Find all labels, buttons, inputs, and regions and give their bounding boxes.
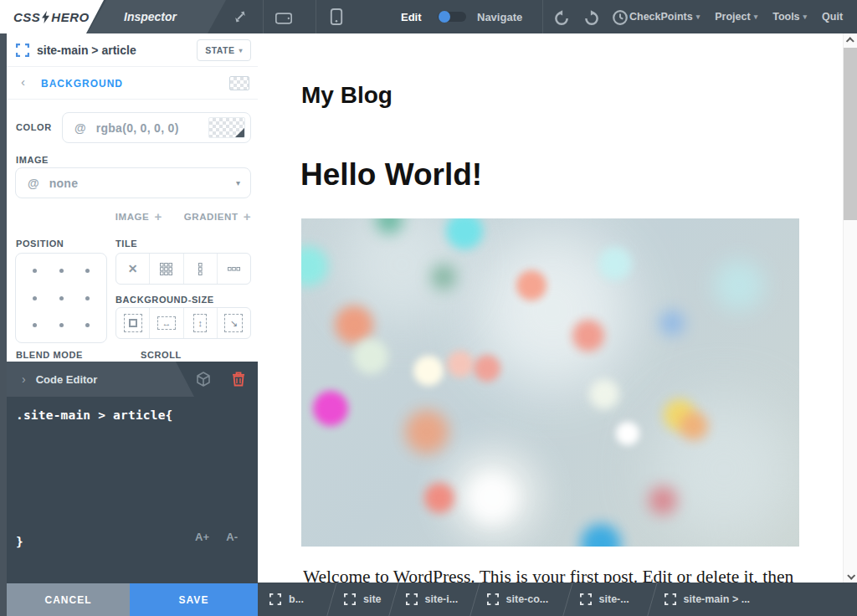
code-line-close[interactable]: } <box>16 535 23 548</box>
plus-icon: + <box>244 209 251 223</box>
repeat-x-icon <box>228 267 240 271</box>
add-image-label: IMAGE <box>115 212 150 222</box>
scroll-down-button[interactable] <box>844 569 857 583</box>
redo-icon[interactable] <box>583 9 600 26</box>
bokeh-circle <box>353 339 388 374</box>
menu-checkpoints[interactable]: CheckPoints ▾ <box>629 11 700 23</box>
section-header-row: ‹ BACKGROUND <box>7 68 258 100</box>
selection-corners-icon <box>487 593 499 605</box>
position-dot[interactable] <box>85 323 90 327</box>
edit-mode-label[interactable]: Edit <box>401 0 422 33</box>
size-height-icon: ↕ <box>193 314 207 332</box>
scroll-label: SCROLL <box>141 350 182 360</box>
selection-corners-icon <box>580 593 592 605</box>
bokeh-circle <box>659 311 685 336</box>
color-swatch[interactable] <box>208 117 245 138</box>
state-button[interactable]: STATE ▾ <box>197 39 251 61</box>
font-increase-button[interactable]: A+ <box>195 531 209 543</box>
tile-no-repeat-button[interactable]: ✕ <box>116 254 149 284</box>
path-tab-label: site-co... <box>506 593 549 605</box>
bg-size-height-button[interactable]: ↕ <box>183 308 217 338</box>
tile-repeat-x-button[interactable] <box>217 254 250 284</box>
lightning-bolt-icon <box>42 11 49 23</box>
add-image-button[interactable]: IMAGE + <box>115 209 162 223</box>
menu-quit-label: Quit <box>822 11 843 23</box>
undo-icon[interactable] <box>553 9 570 26</box>
transparency-icon[interactable] <box>229 76 249 90</box>
bokeh-circle <box>446 218 483 249</box>
image-select[interactable]: @ none ▾ <box>15 167 251 198</box>
code-editor-header[interactable]: › Code Editor <box>7 362 194 397</box>
add-gradient-button[interactable]: GRADIENT + <box>184 209 251 223</box>
position-dot[interactable] <box>59 269 64 273</box>
path-tab-site-main[interactable]: site-... <box>568 583 652 616</box>
navigate-mode-label[interactable]: Navigate <box>477 0 522 33</box>
post-text[interactable]: Welcome to WordPress. This is your first… <box>303 567 822 583</box>
logo-tab[interactable]: CSS HERO <box>0 0 104 33</box>
selection-corners-icon <box>16 44 29 57</box>
path-tab-site-inner[interactable]: site-i... <box>394 583 475 616</box>
bokeh-circle <box>649 486 677 515</box>
path-tab-body[interactable]: b... <box>258 583 331 616</box>
position-dot[interactable] <box>33 323 37 327</box>
selection-corners-icon <box>269 593 281 605</box>
position-dot[interactable] <box>33 296 37 300</box>
menu-tools[interactable]: Tools ▾ <box>772 11 807 23</box>
tile-repeat-button[interactable] <box>149 254 182 284</box>
section-title-background[interactable]: BACKGROUND <box>41 78 123 90</box>
repeat-grid-icon <box>160 263 172 275</box>
edit-navigate-toggle[interactable] <box>438 12 466 22</box>
selection-corners-icon <box>665 593 676 605</box>
preview-scrollbar[interactable] <box>843 33 857 583</box>
cube-icon[interactable] <box>196 372 211 387</box>
section-back-icon[interactable]: ‹ <box>21 74 25 89</box>
path-tab-label: site-main > ... <box>684 593 751 605</box>
scroll-up-button[interactable] <box>844 33 857 47</box>
tile-repeat-y-button[interactable] <box>183 254 217 284</box>
expand-icon[interactable] <box>232 8 249 25</box>
path-tab-site-content[interactable]: site-co... <box>475 583 567 616</box>
site-preview: My Blog Hello World! Welcome to WordPres… <box>258 33 857 583</box>
desktop-view-icon[interactable] <box>275 10 292 27</box>
position-dot[interactable] <box>85 296 90 300</box>
bg-size-auto-button[interactable] <box>116 308 149 338</box>
menu-project[interactable]: Project ▾ <box>715 11 757 23</box>
tab-inspector[interactable]: Inspector <box>87 0 226 33</box>
font-decrease-button[interactable]: A- <box>226 531 238 543</box>
bokeh-circle <box>467 473 517 523</box>
swatch-corner-fold <box>235 128 244 137</box>
trash-icon[interactable] <box>231 372 246 387</box>
position-dot[interactable] <box>33 269 37 273</box>
color-input[interactable]: @ rgba(0, 0, 0, 0) <box>62 112 251 143</box>
image-label: IMAGE <box>16 155 49 165</box>
post-title[interactable]: Hello World! <box>300 157 482 192</box>
position-dot[interactable] <box>85 269 90 273</box>
position-dot[interactable] <box>59 323 64 327</box>
save-button[interactable]: SAVE <box>130 583 258 616</box>
position-dot[interactable] <box>59 296 64 300</box>
menu-quit[interactable]: Quit <box>822 11 843 23</box>
bg-size-cover-button[interactable]: ↘ <box>217 308 250 338</box>
chevron-down-icon: ▾ <box>803 13 808 21</box>
post-featured-image[interactable] <box>301 218 799 547</box>
code-line-open[interactable]: .site-main > article{ <box>16 408 173 422</box>
path-tab-site[interactable]: site <box>332 583 393 616</box>
selected-element-row: site-main > article STATE ▾ <box>7 33 258 67</box>
chevron-down-icon: ▾ <box>754 13 758 21</box>
history-clock-icon[interactable] <box>612 9 629 26</box>
cancel-button[interactable]: CANCEL <box>7 583 130 616</box>
bokeh-circle <box>572 320 604 352</box>
chevron-right-icon: › <box>22 372 26 386</box>
code-editor-title: Code Editor <box>36 373 98 386</box>
background-position-grid[interactable] <box>15 253 107 343</box>
path-tab-label: b... <box>289 593 304 605</box>
image-value: none <box>49 177 236 190</box>
size-cover-icon: ↘ <box>224 314 243 332</box>
scrollbar-thumb[interactable] <box>844 48 857 220</box>
background-panel: site-main > article STATE ▾ ‹ BACKGROUND… <box>7 33 258 362</box>
mobile-view-icon[interactable] <box>328 8 345 25</box>
logo-hero: HERO <box>51 10 89 24</box>
site-title[interactable]: My Blog <box>301 82 393 109</box>
bg-size-width-button[interactable]: ↔ <box>149 308 182 338</box>
path-tab-site-main-article[interactable]: site-main > ... <box>653 583 857 616</box>
